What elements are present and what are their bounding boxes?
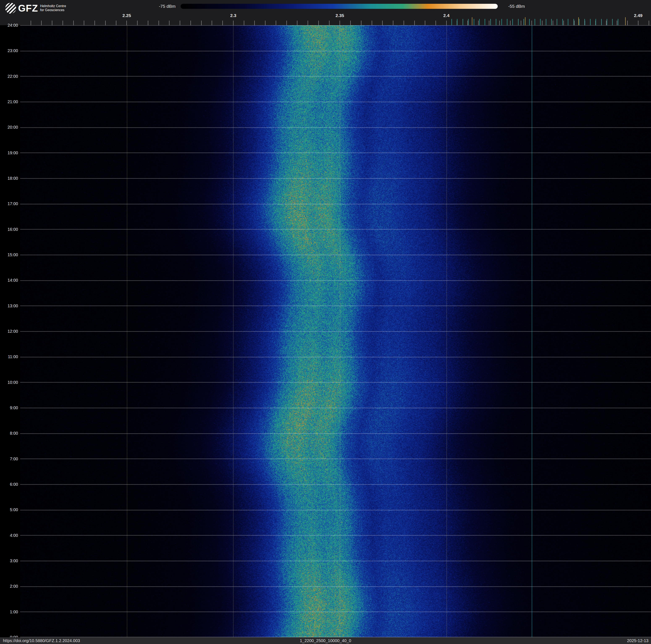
frequency-tick — [180, 21, 180, 25]
frequency-tick — [159, 21, 159, 25]
frequency-tick — [297, 21, 297, 25]
frequency-tick — [94, 21, 95, 25]
time-tick-label: 14:00 — [0, 278, 18, 283]
frequency-tick — [579, 19, 579, 25]
frequency-tick — [649, 21, 649, 25]
time-tick-label: 2:00 — [0, 584, 18, 588]
frequency-tick — [233, 21, 234, 25]
time-tick-label: 16:00 — [0, 227, 18, 232]
time-tick-label: 9:00 — [0, 405, 18, 410]
time-tick-label: 13:00 — [0, 303, 18, 308]
spectrogram-canvas[interactable] — [20, 25, 651, 637]
time-tick-label: 12:00 — [0, 329, 18, 333]
doi-link[interactable]: https://doi.org/10.5880/GFZ.1.2.2024.003 — [3, 637, 80, 644]
frequency-tick — [105, 21, 105, 25]
frequency-tick — [525, 17, 525, 25]
frequency-tick — [265, 21, 266, 25]
frequency-tick — [542, 21, 542, 25]
frequency-tick — [73, 21, 74, 25]
time-tick-label: 10:00 — [0, 380, 18, 385]
time-tick-label: 15:00 — [0, 253, 18, 257]
frequency-tick — [627, 21, 628, 25]
frequency-tick — [463, 19, 463, 25]
frequency-tick — [531, 21, 532, 25]
frequency-tick — [84, 21, 84, 25]
frequency-tick — [563, 21, 564, 25]
time-tick-label: 1:00 — [0, 610, 18, 614]
frequency-tick — [212, 21, 212, 25]
dataset-id: 1_2200_2500_10000_40_0 — [300, 637, 351, 644]
frequency-tick — [535, 19, 535, 25]
frequency-tick — [617, 21, 617, 25]
frequency-tick — [286, 21, 287, 25]
frequency-tick — [393, 21, 393, 25]
frequency-tick — [276, 21, 276, 25]
frequency-tick — [169, 21, 169, 25]
frequency-tick — [595, 19, 596, 25]
time-tick-label: 17:00 — [0, 201, 18, 206]
frequency-tick — [126, 21, 127, 25]
time-tick-label: 18:00 — [0, 176, 18, 180]
frequency-tick — [31, 21, 31, 25]
frequency-tick — [578, 17, 579, 25]
frequency-tick — [478, 21, 478, 25]
spectrogram-page: GFZ Helmholtz Centre for Geosciences -75… — [0, 0, 651, 644]
time-tick-label: 3:00 — [0, 558, 18, 563]
frequency-tick — [590, 19, 591, 25]
time-tick-label: 11:00 — [0, 354, 18, 359]
frequency-tick — [457, 19, 457, 25]
time-tick-label: 19:00 — [0, 150, 18, 155]
time-tick-label: 22:00 — [0, 74, 18, 79]
frequency-tick — [340, 21, 340, 25]
frequency-tick — [501, 19, 502, 25]
frequency-tick — [540, 19, 540, 25]
frequency-tick — [308, 21, 308, 25]
frequency-tick — [382, 21, 383, 25]
frequency-tick — [551, 19, 552, 25]
frequency-tick — [601, 19, 602, 25]
frequency-tick — [490, 19, 491, 25]
frequency-tick — [507, 19, 507, 25]
frequency-tick — [350, 21, 351, 25]
frequency-tick — [521, 21, 521, 25]
time-tick-label: 20:00 — [0, 125, 18, 129]
frequency-tick — [574, 21, 575, 25]
frequency-tick — [529, 19, 530, 25]
frequency-tick — [562, 19, 563, 25]
frequency-tick — [524, 19, 524, 25]
frequency-tick — [612, 19, 613, 25]
frequency-tick — [222, 21, 223, 25]
frequency-tick — [479, 19, 479, 25]
footer-bar: https://doi.org/10.5880/GFZ.1.2.2024.003… — [0, 637, 651, 644]
frequency-tick — [52, 21, 52, 25]
time-tick-label: 23:00 — [0, 48, 18, 53]
frequency-tick — [148, 21, 148, 25]
frequency-tick — [496, 19, 496, 25]
frequency-tick — [190, 21, 191, 25]
frequency-tick — [467, 21, 468, 25]
time-tick-label: 24:00 — [0, 23, 18, 28]
frequency-tick — [638, 21, 639, 25]
frequency-tick — [329, 21, 330, 25]
frequency-tick — [518, 19, 519, 25]
frequency-tick — [446, 21, 447, 25]
frequency-tick — [618, 19, 618, 25]
frequency-tick — [468, 19, 468, 25]
frequency-tick — [568, 19, 568, 25]
frequency-tick — [606, 21, 607, 25]
frequency-tick — [584, 19, 585, 25]
frequency-tick — [116, 21, 116, 25]
frequency-tick — [546, 19, 546, 25]
frequency-tick — [436, 21, 436, 25]
frequency-tick — [137, 21, 137, 25]
frequency-tick — [244, 21, 244, 25]
frequency-tick — [404, 21, 404, 25]
header-bar: GFZ Helmholtz Centre for Geosciences -75… — [0, 0, 651, 25]
frequency-tick — [452, 19, 452, 25]
date-label: 2025-12-13 — [627, 637, 649, 644]
frequency-tick — [574, 19, 574, 25]
frequency-tick — [607, 19, 607, 25]
frequency-tick — [472, 17, 472, 25]
time-tick-label: 21:00 — [0, 99, 18, 104]
frequency-tick — [372, 21, 372, 25]
